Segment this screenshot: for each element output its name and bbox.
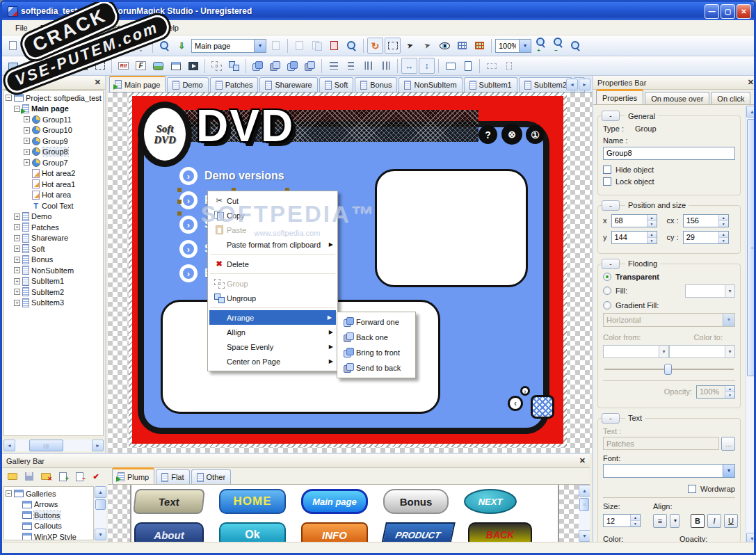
size-input[interactable]: [604, 515, 630, 526]
hotspot-pointer-icon[interactable]: ➤: [419, 38, 435, 54]
gradient-type-dropdown[interactable]: Horizontal ▾: [603, 313, 735, 327]
selection-handle[interactable]: [177, 188, 182, 192]
dropdown-arrow-icon[interactable]: ▾: [519, 40, 531, 52]
grid-icon[interactable]: [454, 38, 470, 54]
zoom-in-icon[interactable]: +: [533, 38, 549, 54]
send-back-icon[interactable]: [302, 58, 318, 74]
wordwrap-checkbox[interactable]: [688, 485, 696, 493]
expand-toggle-icon[interactable]: +: [14, 257, 20, 263]
color-from-dropdown[interactable]: ▾: [603, 345, 669, 358]
collapse-position-button[interactable]: -: [602, 200, 620, 211]
scroll-thumb[interactable]: |||: [29, 440, 64, 451]
hide-object-checkbox[interactable]: [603, 166, 611, 174]
window-badge-icon[interactable]: ⊗: [501, 124, 522, 145]
x-input[interactable]: [612, 215, 647, 227]
center-h-page-icon[interactable]: [442, 58, 458, 74]
gallery-button-text[interactable]: Text: [133, 489, 205, 514]
tab-properties[interactable]: Properties: [596, 89, 643, 104]
page-tab-subitem1[interactable]: SubItem1: [464, 77, 517, 92]
tree-item-hot-area2[interactable]: Hot area2: [4, 168, 103, 179]
dropdown-arrow-icon[interactable]: ▾: [723, 314, 734, 326]
zoom-selector[interactable]: ▾: [495, 39, 531, 53]
same-width-icon[interactable]: ↔: [401, 58, 417, 74]
scroll-thumb[interactable]: [95, 499, 106, 510]
x-spinner[interactable]: ▲▼: [611, 214, 657, 227]
page-tab-patches[interactable]: Patches: [210, 77, 259, 92]
pointer-tool-icon[interactable]: ➤: [402, 38, 418, 54]
remove-item-icon[interactable]: −: [73, 471, 86, 482]
page-selector-input[interactable]: [192, 40, 254, 52]
slider-thumb[interactable]: [664, 364, 672, 375]
scroll-thumb[interactable]: ≡: [579, 498, 589, 511]
ungroup-icon[interactable]: [226, 58, 242, 74]
gallery-tab-flat[interactable]: Flat: [156, 469, 189, 484]
refresh-icon[interactable]: ↻: [367, 38, 383, 54]
opacity-spinner[interactable]: ▲▼: [696, 385, 735, 399]
expand-toggle-icon[interactable]: +: [14, 235, 20, 241]
context-arrange[interactable]: Arrange ▶: [209, 310, 336, 325]
properties-vertical-scrollbar[interactable]: ▲ ≡ ▼: [746, 106, 756, 545]
selection-handle[interactable]: [177, 211, 182, 216]
tab-on-mouse-over[interactable]: On mouse over: [645, 92, 709, 104]
submenu-send-to-back[interactable]: Send to back: [337, 360, 415, 376]
gallery-button-bonus[interactable]: Bonus: [383, 489, 449, 514]
spinner-arrows-icon[interactable]: ▲▼: [647, 232, 657, 243]
align-dropdown-icon[interactable]: ▾: [670, 514, 679, 528]
collapse-flooding-button[interactable]: -: [602, 259, 620, 269]
spinner-arrows-icon[interactable]: ▲▼: [647, 215, 657, 227]
context-cut[interactable]: ✂ Cut: [208, 193, 337, 208]
submenu-forward-one[interactable]: Forward one: [337, 314, 415, 330]
delete-gallery-icon[interactable]: ✕: [40, 471, 52, 482]
collapse-text-button[interactable]: -: [602, 413, 620, 424]
gallery-bar-close-icon[interactable]: ✕: [579, 456, 586, 465]
dropdown-arrow-icon[interactable]: ▾: [723, 465, 734, 477]
gallery-tree-root[interactable]: − Galleries: [4, 488, 93, 499]
cx-spinner[interactable]: ▲▼: [683, 214, 729, 227]
spinner-arrows-icon[interactable]: ▲▼: [718, 232, 728, 243]
tree-item-demo[interactable]: + Demo: [4, 211, 103, 223]
selected-nav-object[interactable]: [531, 395, 554, 419]
page-tab-main-page[interactable]: Main page: [109, 76, 166, 92]
publish-icon[interactable]: ⇩: [174, 38, 190, 54]
gallery-button-home[interactable]: HOME: [219, 489, 286, 514]
name-input[interactable]: [603, 147, 735, 160]
tree-item-group10[interactable]: + Group10: [4, 125, 103, 136]
center-v-page-icon[interactable]: [460, 58, 476, 74]
collapse-general-button[interactable]: -: [602, 111, 620, 121]
page-tab-demo[interactable]: Demo: [167, 77, 208, 92]
project-horizontal-scrollbar[interactable]: ◄ ||| ►: [3, 440, 104, 451]
gallery-scrollbar[interactable]: ▲ ≡ ▼: [579, 485, 590, 542]
context-space-evenly[interactable]: Space Evenly ▶: [208, 339, 337, 354]
context-copy[interactable]: Copy: [208, 208, 337, 223]
media-tool-icon[interactable]: [185, 58, 201, 74]
select-tool-icon[interactable]: [385, 38, 401, 54]
tree-item-group7[interactable]: + Group7: [4, 157, 103, 168]
same-height-icon[interactable]: ↕: [419, 58, 435, 74]
tree-item-group8[interactable]: + Group8: [4, 147, 103, 158]
formula-tool-icon[interactable]: F: [133, 58, 149, 74]
lock-object-checkbox[interactable]: [603, 177, 611, 186]
scroll-up-icon[interactable]: ▲: [95, 486, 106, 498]
y-input[interactable]: [612, 232, 647, 243]
rename-page-icon[interactable]: [268, 38, 284, 54]
expand-toggle-icon[interactable]: +: [24, 159, 30, 166]
tree-item-cool-text[interactable]: T Cool Text: [4, 200, 103, 211]
size-spinner[interactable]: ▲▼: [603, 514, 641, 527]
soft-dvd-logo[interactable]: Soft DVD: [138, 102, 192, 167]
expand-toggle-icon[interactable]: +: [24, 116, 30, 122]
bring-front-icon[interactable]: [284, 58, 300, 74]
spinner-arrows-icon[interactable]: ▲▼: [718, 215, 728, 227]
gallery-tab-other[interactable]: Other: [191, 469, 232, 484]
properties-bar-close-icon[interactable]: ✕: [748, 78, 754, 87]
tree-item-bonus[interactable]: + Bonus: [4, 255, 103, 266]
scroll-track[interactable]: [95, 498, 106, 529]
gallery-button-product[interactable]: PRODUCT: [380, 522, 456, 542]
gallery-button-next[interactable]: NEXT: [464, 489, 517, 514]
text-input[interactable]: [603, 437, 719, 450]
preview-icon[interactable]: [156, 38, 172, 54]
opacity-input[interactable]: [697, 386, 725, 398]
zoom-selector-input[interactable]: [496, 40, 519, 52]
align-top-icon[interactable]: [360, 58, 376, 74]
tree-item-shareware[interactable]: + Shareware: [4, 233, 103, 244]
expand-toggle-icon[interactable]: +: [14, 214, 20, 220]
